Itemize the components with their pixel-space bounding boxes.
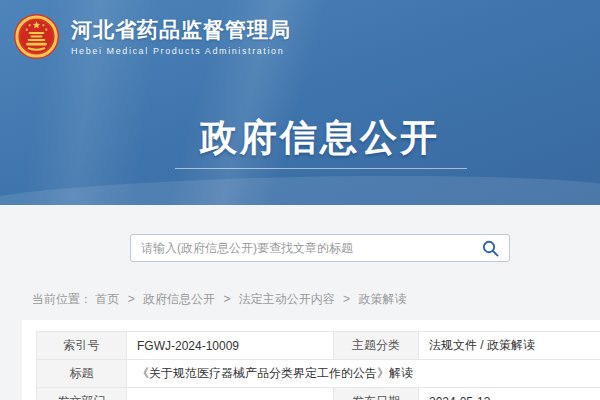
breadcrumb-separator: > bbox=[128, 292, 135, 306]
site-brand[interactable]: 河北省药品监督管理局 Hebei Medical Products Admini… bbox=[13, 13, 291, 60]
table-row: 标题 《关于规范医疗器械产品分类界定工作的公告》解读 bbox=[37, 360, 600, 388]
field-value-issuing-department bbox=[127, 388, 334, 400]
site-subtitle: Hebei Medical Products Administration bbox=[71, 46, 291, 56]
breadcrumb-label: 当前位置： bbox=[32, 292, 92, 306]
field-value-topic-category: 法规文件 / 政策解读 bbox=[419, 332, 600, 360]
search-box bbox=[130, 234, 510, 262]
info-table: 索引号 FGWJ-2024-10009 主题分类 法规文件 / 政策解读 标题 … bbox=[36, 331, 600, 400]
breadcrumb-separator: > bbox=[223, 292, 230, 306]
field-label-issuing-department: 发文部门 bbox=[37, 388, 127, 400]
search-icon[interactable] bbox=[482, 240, 499, 257]
page: 河北省药品监督管理局 Hebei Medical Products Admini… bbox=[0, 0, 600, 400]
field-value-publish-date: 2024-05-13 bbox=[419, 388, 600, 400]
national-emblem-icon bbox=[13, 13, 60, 60]
field-value-title: 《关于规范医疗器械产品分类界定工作的公告》解读 bbox=[127, 360, 600, 388]
table-row: 发文部门 发布日期 2024-05-13 bbox=[37, 388, 600, 400]
breadcrumb-item-home[interactable]: 首页 bbox=[95, 292, 119, 306]
site-brand-text: 河北省药品监督管理局 Hebei Medical Products Admini… bbox=[71, 17, 291, 56]
hero-banner: 河北省药品监督管理局 Hebei Medical Products Admini… bbox=[0, 0, 600, 205]
title-underline bbox=[175, 168, 467, 169]
field-value-index-number: FGWJ-2024-10009 bbox=[127, 332, 334, 360]
page-title: 政府信息公开 bbox=[0, 113, 600, 163]
lower-section: 当前位置： 首页 > 政府信息公开 > 法定主动公开内容 > 政策解读 索引号 … bbox=[0, 205, 600, 400]
breadcrumb-item-gov-info[interactable]: 政府信息公开 bbox=[143, 292, 215, 306]
table-row: 索引号 FGWJ-2024-10009 主题分类 法规文件 / 政策解读 bbox=[37, 332, 600, 360]
field-label-topic-category: 主题分类 bbox=[334, 332, 419, 360]
field-label-publish-date: 发布日期 bbox=[334, 388, 419, 400]
breadcrumb-item-policy-interpretation[interactable]: 政策解读 bbox=[358, 292, 406, 306]
breadcrumb-separator: > bbox=[343, 292, 350, 306]
search-input[interactable] bbox=[130, 234, 510, 262]
site-title: 河北省药品监督管理局 bbox=[71, 17, 291, 43]
field-label-index-number: 索引号 bbox=[37, 332, 127, 360]
field-label-title: 标题 bbox=[37, 360, 127, 388]
content-card: 索引号 FGWJ-2024-10009 主题分类 法规文件 / 政策解读 标题 … bbox=[22, 320, 600, 400]
breadcrumb-item-statutory-disclosure[interactable]: 法定主动公开内容 bbox=[239, 292, 335, 306]
breadcrumb: 当前位置： 首页 > 政府信息公开 > 法定主动公开内容 > 政策解读 bbox=[32, 291, 406, 308]
